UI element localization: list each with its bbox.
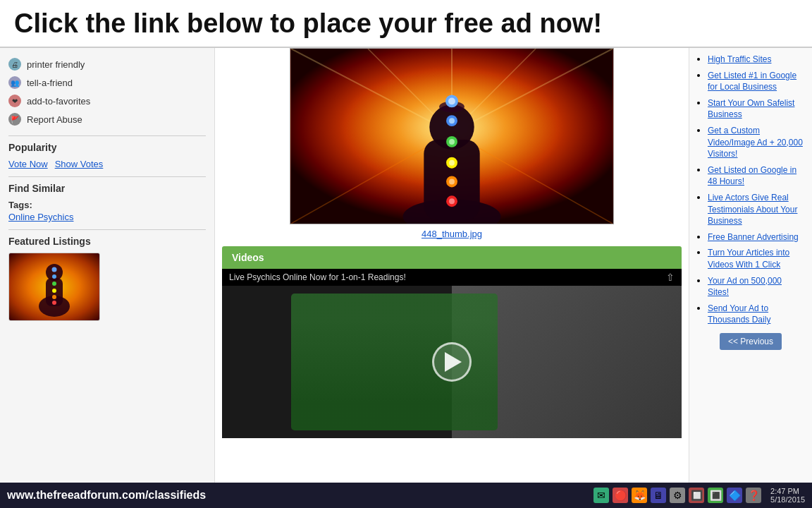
svg-point-23 (448, 97, 455, 104)
sidebar-actions: 🖨 printer friendly 👥 tell-a-friend ❤ add… (0, 55, 214, 128)
center-content: 448_thumb.jpg Videos Live Psychics Onlin… (215, 48, 689, 483)
show-votes-link[interactable]: Show Votes (55, 159, 104, 169)
taskbar-icon-app3[interactable]: ⚙ (670, 488, 685, 503)
popularity-links: Vote Now Show Votes (8, 159, 206, 169)
articles-videos-link[interactable]: Turn Your Articles into Videos With 1 Cl… (708, 248, 789, 270)
list-item: Free Banner Advertising (708, 231, 805, 243)
videos-section: Videos Live Psychics Online Now for 1-on… (215, 246, 689, 438)
taskbar-icon-app6[interactable]: 🔷 (727, 488, 742, 503)
popularity-section: Popularity Vote Now Show Votes (0, 135, 214, 169)
heart-icon: ❤ (8, 95, 21, 107)
featured-listings-title: Featured Listings (8, 229, 206, 247)
top-banner: Click the link below to place your free … (0, 0, 812, 48)
thousands-daily-link[interactable]: Send Your Ad to Thousands Daily (708, 303, 770, 325)
printer-friendly-item[interactable]: 🖨 printer friendly (0, 55, 214, 73)
left-sidebar: 🖨 printer friendly 👥 tell-a-friend ❤ add… (0, 48, 215, 483)
main-chakra-image (290, 48, 614, 224)
svg-point-6 (52, 289, 56, 293)
online-psychics-tag[interactable]: Online Psychics (8, 212, 73, 222)
play-triangle-icon (445, 352, 462, 372)
svg-point-4 (52, 274, 56, 279)
safelist-link[interactable]: Start Your Own Safelist Business (708, 98, 794, 120)
video-title: Live Psychics Online Now for 1-on-1 Read… (229, 272, 406, 282)
find-similar-section: Find Similar Tags: Online Psychics (0, 176, 214, 222)
printer-friendly-link[interactable]: printer friendly (27, 59, 85, 70)
main-image-section: 448_thumb.jpg (215, 48, 689, 246)
google-local-link[interactable]: Get Listed #1 in Google for Local Busine… (708, 71, 796, 92)
flag-icon: 🚩 (8, 113, 21, 126)
google-48-link[interactable]: Get Listed on Google in 48 Hours! (708, 165, 796, 187)
chakra-svg (290, 49, 613, 224)
taskbar-icon-app1[interactable]: 🔴 (613, 488, 628, 503)
actors-testimonials-link[interactable]: Live Actors Give Real Testimonials About… (708, 193, 797, 226)
featured-thumbnail[interactable] (8, 253, 100, 321)
tell-a-friend-item[interactable]: 👥 tell-a-friend (0, 73, 214, 92)
video-main-area[interactable] (222, 286, 682, 438)
high-traffic-link[interactable]: High Traffic Sites (708, 54, 771, 64)
svg-point-27 (449, 139, 455, 145)
videos-header: Videos (222, 246, 682, 269)
tags-label: Tags: (8, 200, 206, 210)
banner-text: Click the link below to place your free … (14, 8, 602, 39)
bottom-taskbar: www.thefreeadforum.com/classifieds ✉ 🔴 🦊… (0, 483, 812, 508)
vote-now-link[interactable]: Vote Now (8, 159, 48, 169)
svg-point-25 (449, 118, 455, 123)
report-abuse-link[interactable]: Report Abuse (27, 114, 82, 125)
custom-video-link[interactable]: Get a Custom Video/Image Ad + 20,000 Vis… (708, 126, 803, 159)
list-item: Get a Custom Video/Image Ad + 20,000 Vis… (708, 125, 805, 160)
video-top-bar: Live Psychics Online Now for 1-on-1 Read… (222, 269, 682, 286)
main-layout: 🖨 printer friendly 👥 tell-a-friend ❤ add… (0, 48, 812, 483)
tell-a-friend-link[interactable]: tell-a-friend (27, 78, 73, 88)
taskbar-icon-app4[interactable]: 🔲 (689, 488, 704, 503)
add-favorites-link[interactable]: add-to-favorites (27, 96, 90, 107)
find-similar-title: Find Similar (8, 176, 206, 194)
taskbar-icon-app2[interactable]: 🖥 (651, 488, 666, 503)
svg-point-5 (52, 282, 56, 286)
list-item: Start Your Own Safelist Business (708, 97, 805, 121)
taskbar-icon-app5[interactable]: 🔳 (708, 488, 723, 503)
popularity-title: Popularity (8, 135, 206, 153)
taskbar-icons: ✉ 🔴 🦊 🖥 ⚙ 🔲 🔳 🔷 ❓ 2:47 PM 5/18/2015 (593, 487, 805, 504)
right-sidebar: High Traffic Sites Get Listed #1 in Goog… (689, 48, 812, 483)
add-favorites-item[interactable]: ❤ add-to-favorites (0, 92, 214, 110)
video-player[interactable]: Live Psychics Online Now for 1-on-1 Read… (222, 269, 682, 438)
taskbar-icon-mail[interactable]: ✉ (593, 488, 609, 503)
report-abuse-item[interactable]: 🚩 Report Abuse (0, 110, 214, 128)
list-item: Get Listed #1 in Google for Local Busine… (708, 70, 805, 93)
list-item: Get Listed on Google in 48 Hours! (708, 164, 805, 188)
list-item: Live Actors Give Real Testimonials About… (708, 192, 805, 227)
featured-listings-section: Featured Listings (0, 229, 214, 321)
taskbar-clock: 2:47 PM 5/18/2015 (770, 487, 805, 504)
right-sidebar-list: High Traffic Sites Get Listed #1 in Goog… (696, 54, 805, 326)
featured-chakra-image (33, 257, 75, 317)
svg-point-8 (52, 301, 56, 305)
taskbar-icon-help[interactable]: ❓ (746, 488, 761, 503)
list-item: Send Your Ad to Thousands Daily (708, 303, 805, 326)
svg-point-7 (52, 295, 56, 299)
site-url: www.thefreeadforum.com/classifieds (7, 489, 206, 502)
ad-500k-link[interactable]: Your Ad on 500,000 Sites! (708, 276, 782, 298)
share-button[interactable]: ⇧ (666, 272, 675, 283)
image-caption[interactable]: 448_thumb.jpg (422, 229, 482, 239)
play-button[interactable] (432, 342, 472, 382)
list-item: Your Ad on 500,000 Sites! (708, 275, 805, 298)
free-banner-link[interactable]: Free Banner Advertising (708, 232, 799, 242)
svg-point-29 (449, 160, 455, 166)
svg-point-31 (449, 179, 455, 185)
tell-friend-icon: 👥 (8, 76, 21, 89)
svg-point-33 (449, 198, 455, 204)
svg-point-3 (52, 267, 57, 272)
taskbar-icon-firefox[interactable]: 🦊 (632, 488, 647, 503)
printer-icon: 🖨 (8, 58, 21, 71)
list-item: Turn Your Articles into Videos With 1 Cl… (708, 247, 805, 270)
list-item: High Traffic Sites (708, 54, 805, 66)
previous-button[interactable]: << Previous (720, 333, 782, 350)
